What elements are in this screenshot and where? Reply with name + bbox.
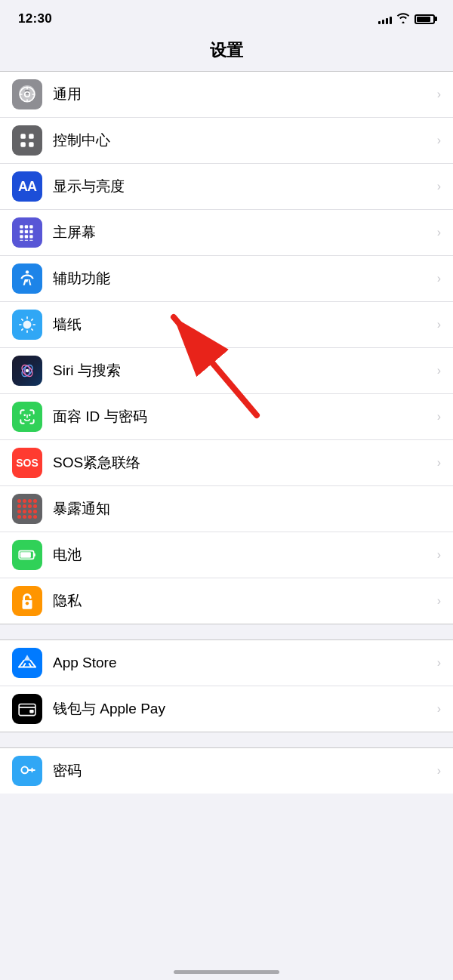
general-label: 通用 [53, 85, 431, 104]
display-label: 显示与亮度 [53, 177, 431, 196]
settings-item-accessibility[interactable]: 辅助功能 › [0, 256, 453, 302]
faceid-icon [12, 402, 42, 432]
settings-item-wallpaper[interactable]: 墙纸 › [0, 302, 453, 348]
battery-status-icon [414, 14, 435, 24]
status-bar: 12:30 [0, 0, 453, 33]
page-title-bar: 设置 [0, 33, 453, 71]
battery-chevron: › [437, 548, 441, 562]
wallet-label: 钱包与 Apple Pay [53, 699, 431, 719]
svg-point-37 [21, 767, 28, 774]
battery-label: 电池 [53, 545, 431, 565]
general-chevron: › [437, 88, 441, 101]
accessibility-chevron: › [437, 272, 441, 285]
password-chevron: › [437, 764, 441, 778]
sos-label: SOS紧急联络 [53, 453, 431, 473]
page-title: 设置 [0, 39, 453, 62]
svg-rect-11 [25, 225, 28, 228]
svg-point-22 [26, 270, 29, 273]
general-icon [12, 79, 42, 109]
svg-rect-15 [29, 230, 32, 233]
wallet-chevron: › [437, 702, 441, 716]
wallpaper-chevron: › [437, 318, 441, 331]
sos-icon: SOS [12, 448, 42, 478]
homescreen-label: 主屏幕 [53, 223, 431, 242]
homescreen-chevron: › [437, 226, 441, 239]
siri-icon [12, 356, 42, 386]
faceid-chevron: › [437, 410, 441, 424]
password-icon [12, 756, 42, 786]
settings-item-faceid[interactable]: 面容 ID 与密码 › [0, 394, 453, 440]
svg-rect-14 [25, 230, 28, 233]
wifi-icon [396, 13, 410, 25]
display-chevron: › [437, 180, 441, 193]
svg-rect-21 [29, 240, 32, 241]
settings-group-2: App Store › 钱包与 Apple Pay › [0, 639, 453, 732]
signal-icon [378, 14, 392, 24]
home-indicator [174, 970, 279, 974]
control-label: 控制中心 [53, 131, 431, 150]
svg-rect-16 [20, 235, 23, 238]
battery-icon [12, 540, 42, 570]
settings-group-1: 通用 › 控制中心 › AA 显示与亮度 › [0, 71, 453, 624]
siri-label: Siri 与搜索 [53, 361, 431, 381]
svg-rect-32 [34, 553, 35, 556]
svg-rect-36 [29, 710, 33, 713]
homescreen-icon [12, 217, 42, 248]
svg-point-34 [26, 602, 29, 605]
accessibility-icon [12, 263, 42, 294]
settings-item-display[interactable]: AA 显示与亮度 › [0, 164, 453, 210]
privacy-chevron: › [437, 594, 441, 608]
settings-item-privacy[interactable]: 隐私 › [0, 578, 453, 624]
exposure-icon [12, 494, 42, 524]
settings-item-wallet[interactable]: 钱包与 Apple Pay › [0, 686, 453, 732]
svg-rect-7 [29, 134, 33, 139]
svg-rect-17 [25, 235, 28, 238]
faceid-label: 面容 ID 与密码 [53, 407, 431, 427]
settings-item-password[interactable]: 密码 › [0, 747, 453, 794]
svg-rect-13 [20, 230, 23, 233]
siri-chevron: › [437, 364, 441, 378]
appstore-chevron: › [437, 656, 441, 670]
privacy-icon [12, 586, 42, 616]
svg-rect-9 [29, 142, 33, 147]
display-icon: AA [12, 171, 42, 202]
svg-rect-33 [20, 552, 31, 558]
control-chevron: › [437, 134, 441, 147]
settings-item-battery[interactable]: 电池 › [0, 532, 453, 578]
wallpaper-label: 墙纸 [53, 315, 431, 334]
svg-point-27 [26, 369, 29, 372]
privacy-label: 隐私 [53, 591, 431, 611]
settings-item-control[interactable]: 控制中心 › [0, 118, 453, 164]
password-label: 密码 [53, 761, 431, 781]
exposure-label: 暴露通知 [53, 499, 441, 519]
wallet-icon [12, 694, 42, 724]
svg-rect-12 [29, 225, 32, 228]
appstore-icon [12, 648, 42, 678]
settings-item-appstore[interactable]: App Store › [0, 640, 453, 686]
accessibility-label: 辅助功能 [53, 269, 431, 288]
appstore-label: App Store [53, 655, 431, 671]
wallpaper-icon [12, 310, 42, 340]
svg-rect-6 [20, 134, 25, 139]
svg-rect-20 [25, 240, 28, 241]
settings-item-siri[interactable]: Siri 与搜索 › [0, 348, 453, 394]
svg-point-23 [23, 321, 32, 329]
sos-chevron: › [437, 456, 441, 470]
settings-item-general[interactable]: 通用 › [0, 72, 453, 118]
svg-rect-19 [20, 240, 23, 241]
svg-rect-18 [29, 235, 32, 238]
status-time: 12:30 [18, 11, 52, 26]
svg-rect-8 [20, 142, 25, 147]
status-icons [378, 13, 435, 25]
control-icon [12, 125, 42, 156]
settings-item-exposure[interactable]: 暴露通知 [0, 486, 453, 532]
svg-rect-10 [20, 225, 23, 228]
settings-item-homescreen[interactable]: 主屏幕 › [0, 210, 453, 256]
settings-item-sos[interactable]: SOS SOS紧急联络 › [0, 440, 453, 486]
